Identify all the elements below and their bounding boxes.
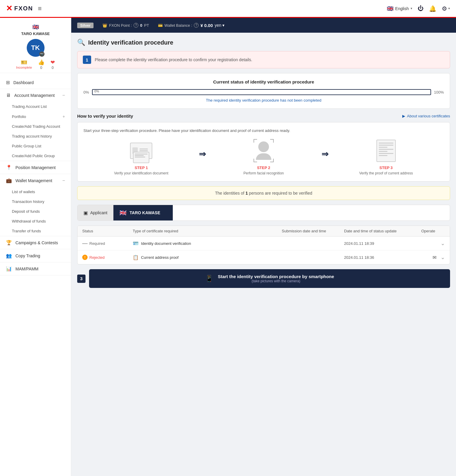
- nav-section-account: 🖥 Account Management − Trading Account L…: [0, 89, 71, 161]
- sidebar-item-mam-pamm[interactable]: 📊 MAM/PAMM: [0, 262, 71, 275]
- doc-line7: [379, 155, 387, 156]
- settings-button[interactable]: ⚙ ▾: [442, 5, 450, 12]
- sidebar-item-account-management[interactable]: 🖥 Account Management −: [0, 89, 71, 102]
- row2-update-date-value: 2024.01.11 18:36: [344, 255, 374, 260]
- sidebar-item-position-management[interactable]: 📍 Position Management: [0, 161, 71, 174]
- flag-icon: 🇬🇧: [387, 5, 393, 12]
- yellow-notice: The identities of 1 persons are required…: [77, 186, 450, 200]
- progress-end: 100%: [434, 90, 444, 94]
- arrow2-icon: ⇒: [322, 149, 328, 159]
- cta-row: 3 📱 Start the identity verification proc…: [77, 269, 450, 288]
- nav-section-campaigns: 🏆 Campaigns & Contests: [0, 236, 71, 249]
- stat-likes-value: 0: [38, 66, 45, 70]
- stat-hearts-value: 0: [50, 66, 55, 70]
- identity-doc-icon: 🪪: [133, 241, 139, 246]
- currency-selector[interactable]: yen ▾: [215, 23, 224, 28]
- sidebar-item-create-trading-account[interactable]: Create/Add Trading Account: [0, 122, 71, 131]
- sidebar-item-wallet-management[interactable]: 💼 Wallet Management −: [0, 174, 71, 187]
- sidebar-item-label-position: Position Management: [15, 165, 56, 170]
- wallet-balance-value: ¥ 0.00: [200, 23, 213, 28]
- profile-name: TARO KAWASE: [3, 31, 68, 36]
- portfolio-expand-icon: +: [63, 114, 65, 119]
- sidebar-item-label-account: Account Management: [14, 93, 55, 98]
- progress-start: 0%: [83, 90, 89, 94]
- col-header-cert-type: Type of certificate required: [133, 229, 279, 233]
- gear-icon: ⚙: [442, 5, 447, 12]
- language-selector[interactable]: 🇬🇧 English ▾: [387, 5, 412, 12]
- row2-status: ! Rejected: [82, 255, 130, 260]
- doc-line2: [379, 145, 393, 146]
- nav-right: 🇬🇧 English ▾ ⏻ 🔔 ⚙ ▾: [387, 5, 450, 12]
- step2-item: STEP 2 Perform facial recognition: [206, 139, 321, 175]
- page-title: Identity verification procedure: [88, 39, 173, 46]
- col-header-operate: Operate: [421, 229, 445, 233]
- step2-label: STEP 2: [206, 166, 321, 170]
- how-to-verify-label: How to verify your identity: [77, 114, 133, 119]
- stat-likes: 👍 0: [38, 59, 45, 70]
- top-nav: ✕ FXON ≡ 🇬🇧 English ▾ ⏻ 🔔 ⚙ ▾: [0, 0, 456, 18]
- wallet-help-icon[interactable]: ?: [194, 23, 199, 28]
- sidebar-item-transfer-of-funds[interactable]: Transfer of funds: [0, 226, 71, 236]
- points-help-icon[interactable]: ?: [134, 23, 138, 28]
- cert-table-header: Status Type of certificate required Subm…: [77, 226, 450, 237]
- smartphone-cta-button[interactable]: 📱 Start the identity verification proced…: [89, 269, 450, 288]
- sidebar-item-create-public-group[interactable]: Create/Add Public Group: [0, 151, 71, 161]
- step2-desc: Perform facial recognition: [206, 171, 321, 175]
- progress-value-label: 0%: [93, 89, 430, 93]
- profile-flag: 🇬🇧: [3, 24, 68, 30]
- sidebar-item-campaigns[interactable]: 🏆 Campaigns & Contests: [0, 236, 71, 249]
- sidebar-item-dashboard[interactable]: ⊞ Dashboard: [0, 76, 71, 89]
- about-link-icon: ▶: [402, 114, 405, 118]
- sidebar-profile: 🇬🇧 TARO KAWASE TK 📷 🎫 Incomplete 👍 0 ❤ 0: [0, 18, 71, 73]
- sidebar-item-trading-account-list[interactable]: Trading Account List: [0, 102, 71, 111]
- sidebar-item-list-of-wallets[interactable]: List of wallets: [0, 187, 71, 197]
- sidebar-item-label-campaigns: Campaigns & Contests: [15, 240, 58, 245]
- sidebar-item-copy-trading[interactable]: 👥 Copy Trading: [0, 249, 71, 262]
- phone-icon: 📱: [205, 275, 213, 283]
- status-required-label: — Required: [82, 240, 130, 247]
- sidebar-item-transaction-history[interactable]: Transaction history: [0, 197, 71, 207]
- camera-icon[interactable]: 📷: [39, 51, 45, 57]
- sidebar-item-trading-account-history[interactable]: Trading account history: [0, 131, 71, 141]
- sidebar-item-deposit-of-funds[interactable]: Deposit of funds: [0, 207, 71, 216]
- cta-text-wrapper: Start the identity verification procedur…: [218, 274, 334, 283]
- step3-badge: 3: [77, 275, 86, 283]
- silver-badge: Silver: [77, 23, 94, 28]
- sub-header: Silver 👑 FXON Point : ? 0 PT 💳 Wallet Ba…: [71, 18, 456, 33]
- applicant-label: ▣ Applicant: [77, 205, 113, 220]
- col-header-status: Status: [82, 229, 130, 233]
- row2-cert-text: Current address proof: [141, 255, 178, 260]
- wallet-balance: 💳 Wallet Balance : ? ¥ 0.00 yen ▾: [158, 23, 225, 28]
- doc-line1: [379, 143, 393, 144]
- step1-visual: [83, 139, 199, 163]
- fxon-points: 👑 FXON Point : ? 0 PT: [102, 23, 149, 28]
- bracket-tl: [254, 139, 257, 143]
- row1-expand-button[interactable]: ⌄: [421, 240, 445, 247]
- about-link-text: About various certificates: [407, 114, 450, 118]
- applicant-name-cell[interactable]: 🇬🇧 TARO KAWASE: [113, 205, 173, 220]
- col-header-submission-date: Submission date and time: [282, 229, 341, 233]
- sidebar-item-portfolio[interactable]: Portfolio +: [0, 111, 71, 122]
- about-certificates-link[interactable]: ▶ About various certificates: [402, 114, 450, 118]
- power-icon[interactable]: ⏻: [418, 5, 424, 12]
- crown-icon: 👑: [102, 23, 107, 28]
- hamburger-button[interactable]: ≡: [38, 5, 42, 12]
- main-content: 🔍 Identity verification procedure 1 Plea…: [71, 33, 456, 476]
- bracket-tr: [270, 139, 274, 143]
- nav-section-position: 📍 Position Management: [0, 161, 71, 174]
- row2-expand-button[interactable]: ⌄: [441, 254, 445, 261]
- mail-icon[interactable]: ✉: [433, 255, 436, 260]
- passport-icon: [130, 149, 152, 163]
- sidebar-item-label-wallet: Wallet Management: [15, 178, 52, 183]
- logo[interactable]: ✕ FXON: [6, 4, 33, 13]
- step1-item: STEP 1 Verify your identification docume…: [83, 139, 199, 175]
- cta-text-sub: (take pictures with the camera): [218, 279, 334, 283]
- face-head: [258, 141, 269, 152]
- bell-icon[interactable]: 🔔: [429, 5, 436, 12]
- wallet-icon: 💼: [6, 178, 12, 183]
- yellow-notice-count: 1: [246, 191, 248, 196]
- sidebar-item-public-group-list[interactable]: Public Group List: [0, 141, 71, 151]
- chart-icon: 📊: [6, 266, 12, 272]
- face-body-wrapper: [256, 141, 271, 160]
- sidebar-item-withdrawal-of-funds[interactable]: Withdrawal of funds: [0, 216, 71, 226]
